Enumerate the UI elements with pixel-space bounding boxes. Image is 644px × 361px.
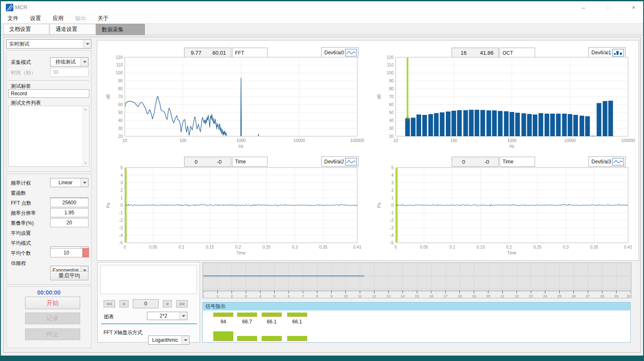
close-button[interactable]: × (628, 4, 639, 11)
test-label-input[interactable] (8, 89, 89, 98)
signal-value: 94 (213, 319, 233, 325)
restart-average-button[interactable]: 重启平均 (50, 271, 88, 280)
signal-panel: 信号指示 94 66.7 66.1 66.1 (202, 302, 631, 343)
cursor-y-value: -0 (475, 159, 499, 165)
param-input-7[interactable] (50, 248, 83, 257)
param-value: Linear (51, 180, 81, 186)
svg-text:13: 13 (386, 294, 391, 298)
level-meter (262, 336, 282, 341)
svg-text:0.05: 0.05 (149, 245, 157, 249)
svg-text:0.35: 0.35 (319, 245, 328, 249)
menu-about[interactable]: 关于 (98, 15, 109, 22)
param-input-4[interactable] (50, 218, 88, 227)
test-type-select[interactable]: 实时测试 (6, 39, 91, 48)
svg-text:0.15: 0.15 (206, 245, 214, 249)
svg-text:20: 20 (486, 294, 490, 298)
svg-text:23: 23 (529, 294, 533, 298)
oct-plot[interactable]: 2030405060708090100110120101001000100001… (368, 55, 639, 150)
svg-text:100: 100 (386, 71, 394, 75)
acq-time-input (50, 68, 88, 77)
svg-text:0: 0 (391, 203, 394, 208)
svg-text:120: 120 (386, 55, 394, 60)
start-button[interactable]: 开始 (25, 297, 80, 309)
svg-text:3: 3 (391, 180, 394, 185)
acq-mode-select[interactable]: 持续测试 (50, 57, 88, 66)
svg-text:0: 0 (120, 203, 123, 208)
svg-text:1: 1 (217, 294, 219, 298)
test-file-list[interactable]: ▲ ▼ (8, 106, 89, 167)
chart-layout-value: 2*2 (147, 313, 179, 319)
preview-box (100, 265, 197, 294)
param-input-3[interactable] (50, 208, 88, 217)
svg-text:0.1: 0.1 (450, 245, 455, 249)
svg-text:20: 20 (118, 134, 123, 139)
svg-text:0.15: 0.15 (477, 245, 485, 249)
window-title: MCR (15, 4, 28, 10)
fft-xaxis-label: FFT X轴显示方式 (104, 329, 142, 336)
tab-document-settings[interactable]: 文档设置 (3, 24, 49, 35)
minimize-button[interactable]: – (578, 4, 589, 11)
svg-text:0.35: 0.35 (590, 245, 599, 249)
svg-text:17: 17 (443, 294, 447, 298)
record-button: 记录 (25, 313, 80, 324)
fft-xaxis-select[interactable]: Logarithmic (148, 336, 189, 345)
svg-text:100000: 100000 (621, 138, 635, 143)
svg-text:-3: -3 (119, 226, 123, 230)
menu-settings[interactable]: 设置 (30, 15, 41, 22)
svg-text:2: 2 (391, 188, 394, 193)
scroll-up-icon[interactable]: ▲ (84, 107, 87, 111)
nav-next-button[interactable]: > (163, 300, 172, 308)
maximize-button[interactable]: □ (603, 4, 614, 11)
param-label-6: 平均模式 (11, 240, 31, 247)
tab-channel-settings[interactable]: 通道设置 (50, 24, 96, 35)
menu-apply[interactable]: 应用 (53, 15, 63, 22)
svg-text:1000: 1000 (507, 138, 517, 143)
param-input-2[interactable] (50, 198, 88, 207)
svg-text:-2: -2 (119, 218, 123, 223)
svg-text:50: 50 (389, 110, 394, 115)
chart-layout-select[interactable]: 2*2 (147, 312, 187, 320)
scroll-down-icon[interactable]: ▼ (84, 161, 87, 165)
timeline-panel[interactable]: 0123456789101112131415161718192021222324… (202, 262, 631, 298)
fft-xaxis-value: Logarithmic (149, 337, 182, 343)
svg-text:50: 50 (118, 110, 123, 115)
nav-first-button[interactable]: << (104, 300, 115, 308)
waveform-icon (612, 158, 624, 165)
fft-plot[interactable]: 2030405060708090100110120101001000100001… (97, 55, 368, 150)
svg-text:Hz: Hz (238, 144, 243, 149)
nav-prev-button[interactable]: < (119, 300, 129, 308)
level-meter (287, 336, 307, 341)
timeline-svg[interactable]: 0123456789101112131415161718192021222324… (203, 263, 631, 298)
menu-bar: 文件 设置 应用 输出 关于 (1, 13, 643, 23)
svg-text:29: 29 (614, 294, 619, 298)
svg-text:2: 2 (120, 188, 123, 193)
nav-last-button[interactable]: >> (176, 300, 188, 308)
nav-position-value[interactable]: 0 (133, 299, 159, 308)
svg-text:100: 100 (450, 138, 457, 143)
param-select-0[interactable]: Linear (50, 178, 88, 187)
signal-value: 66.1 (287, 319, 307, 325)
svg-text:120: 120 (116, 55, 123, 60)
time2-plot[interactable]: -5-4-3-2-101234500.050.10.150.20.250.30.… (97, 165, 368, 259)
svg-text:100: 100 (179, 138, 187, 143)
svg-text:60: 60 (118, 102, 123, 107)
signal-panel-title: 信号指示 (203, 303, 630, 310)
menu-file[interactable]: 文件 (8, 15, 18, 22)
acquisition-group: 采集模式 持续测试 时间（秒） 测试标签 测试文件列表 ▲ ▼ (6, 50, 91, 172)
tab-data-acquisition[interactable]: 数据采集 (96, 24, 145, 35)
svg-text:0.25: 0.25 (263, 245, 271, 249)
svg-text:90: 90 (389, 79, 394, 83)
param-label-1: 窗函数 (11, 190, 26, 197)
svg-text:0.41: 0.41 (624, 245, 632, 249)
charts-region: 9.77 60.01 FFT Dev6/ai0 2030405060708090… (97, 40, 639, 261)
chevron-down-icon (179, 312, 187, 320)
svg-text:Pa: Pa (377, 202, 381, 208)
app-logo-icon (6, 4, 13, 11)
level-meter (213, 331, 233, 341)
scrollbar[interactable]: ▲ ▼ (83, 107, 88, 166)
cursor-x-value: 0 (184, 159, 208, 165)
svg-text:60: 60 (389, 102, 394, 107)
chevron-down-icon (81, 178, 88, 187)
time3-plot[interactable]: -5-4-3-2-101234500.050.10.150.20.250.30.… (368, 165, 639, 259)
param-label-0: 频率计权 (11, 180, 31, 187)
